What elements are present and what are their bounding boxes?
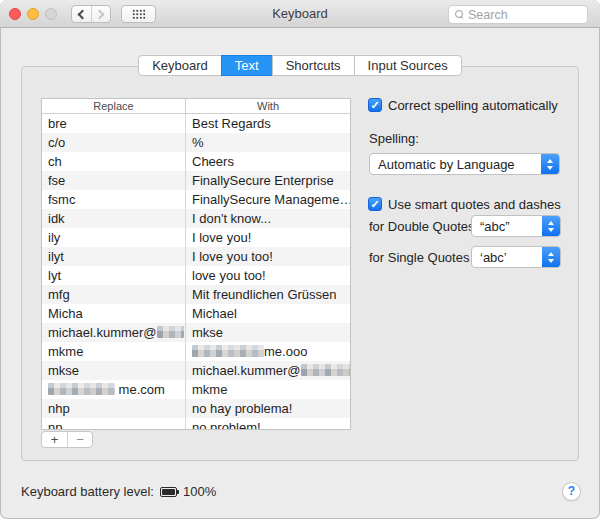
- table-cell[interactable]: Cheers: [186, 152, 350, 171]
- table-cell[interactable]: mkme: [42, 342, 186, 361]
- tab-bar: KeyboardTextShortcutsInput Sources: [0, 55, 600, 76]
- table-cell[interactable]: fse: [42, 171, 186, 190]
- table-cell[interactable]: michael.kummer@: [42, 323, 186, 342]
- table-row[interactable]: fsmcFinallySecure Manageme…: [42, 190, 350, 209]
- table-cell[interactable]: no hay problema!: [186, 399, 350, 418]
- tab-input-sources[interactable]: Input Sources: [354, 55, 462, 76]
- table-cell[interactable]: mkse: [42, 361, 186, 380]
- table-row[interactable]: mfgMit freundlichen Grüssen: [42, 285, 350, 304]
- remove-replacement-button[interactable]: −: [67, 432, 92, 447]
- chevron-up-icon: [547, 159, 553, 163]
- correct-spelling-checkbox-row: ✓ Correct spelling automatically: [368, 97, 558, 113]
- chevron-up-icon: [548, 252, 554, 256]
- table-cell[interactable]: love you too!: [186, 266, 350, 285]
- table-cell[interactable]: ilyt: [42, 247, 186, 266]
- table-cell[interactable]: idk: [42, 209, 186, 228]
- close-button[interactable]: [9, 8, 21, 20]
- search-field[interactable]: [448, 5, 588, 24]
- grid-icon: [132, 9, 146, 20]
- table-cell[interactable]: mfg: [42, 285, 186, 304]
- table-cell[interactable]: ily: [42, 228, 186, 247]
- tab-shortcuts[interactable]: Shortcuts: [272, 55, 355, 76]
- stepper-arrows-icon: [542, 246, 560, 268]
- table-cell[interactable]: %: [186, 133, 350, 152]
- chevron-down-icon: [547, 166, 553, 170]
- minimize-button[interactable]: [27, 8, 39, 20]
- table-cell[interactable]: fsmc: [42, 190, 186, 209]
- table-cell[interactable]: I love you too!: [186, 247, 350, 266]
- smart-quotes-label: Use smart quotes and dashes: [388, 197, 561, 212]
- table-cell[interactable]: c/o: [42, 133, 186, 152]
- correct-spelling-label: Correct spelling automatically: [388, 98, 558, 113]
- table-row[interactable]: me.commkme: [42, 380, 350, 399]
- checkmark-icon: ✓: [370, 198, 379, 210]
- replacements-table: Replace With breBest Regardsc/o%chCheers…: [41, 98, 351, 430]
- search-input[interactable]: [468, 8, 581, 22]
- table-cell[interactable]: I don't know...: [186, 209, 350, 228]
- table-cell[interactable]: michael.kummer@: [186, 361, 350, 380]
- table-cell[interactable]: lyt: [42, 266, 186, 285]
- spelling-label: Spelling:: [369, 131, 419, 146]
- table-cell[interactable]: FinallySecure Enterprise: [186, 171, 350, 190]
- correct-spelling-checkbox[interactable]: ✓: [368, 98, 382, 112]
- traffic-lights: [9, 8, 57, 20]
- table-rows: breBest Regardsc/o%chCheersfseFinallySec…: [42, 114, 350, 430]
- spelling-select-value: Automatic by Language: [370, 157, 541, 172]
- table-cell[interactable]: bre: [42, 114, 186, 133]
- table-cell[interactable]: Micha: [42, 304, 186, 323]
- add-replacement-button[interactable]: +: [42, 432, 67, 447]
- table-cell[interactable]: me.ooo: [186, 342, 350, 361]
- table-cell[interactable]: ch: [42, 152, 186, 171]
- table-row[interactable]: chCheers: [42, 152, 350, 171]
- chevron-up-icon: [548, 221, 554, 225]
- table-row[interactable]: fseFinallySecure Enterprise: [42, 171, 350, 190]
- table-row[interactable]: idkI don't know...: [42, 209, 350, 228]
- list-edit-controls: + −: [41, 431, 93, 448]
- table-cell[interactable]: I love you!: [186, 228, 350, 247]
- single-quotes-select[interactable]: ‘abc’: [471, 246, 561, 268]
- table-row[interactable]: ilyI love you!: [42, 228, 350, 247]
- table-row[interactable]: c/o%: [42, 133, 350, 152]
- table-row[interactable]: npno problem!: [42, 418, 350, 430]
- smart-quotes-checkbox-row: ✓ Use smart quotes and dashes: [368, 196, 561, 212]
- table-cell[interactable]: Best Regards: [186, 114, 350, 133]
- battery-level: 100%: [183, 484, 216, 499]
- zoom-button-disabled: [45, 8, 57, 20]
- table-cell[interactable]: FinallySecure Manageme…: [186, 190, 350, 209]
- show-all-button[interactable]: [121, 5, 156, 23]
- table-row[interactable]: lytlove you too!: [42, 266, 350, 285]
- redacted-text: [301, 364, 350, 376]
- chevron-left-icon: [77, 9, 87, 19]
- redacted-text: [157, 326, 184, 338]
- spelling-select[interactable]: Automatic by Language: [369, 153, 560, 175]
- table-cell[interactable]: nhp: [42, 399, 186, 418]
- tab-text[interactable]: Text: [221, 55, 273, 76]
- table-row[interactable]: breBest Regards: [42, 114, 350, 133]
- table-cell[interactable]: me.com: [42, 380, 186, 399]
- table-cell[interactable]: Mit freundlichen Grüssen: [186, 285, 350, 304]
- table-row[interactable]: MichaMichael: [42, 304, 350, 323]
- tab-keyboard[interactable]: Keyboard: [138, 55, 222, 76]
- column-header-replace[interactable]: Replace: [42, 99, 186, 113]
- help-button[interactable]: ?: [562, 482, 581, 501]
- back-button[interactable]: [72, 6, 91, 22]
- table-row[interactable]: ilytI love you too!: [42, 247, 350, 266]
- table-cell[interactable]: no problem!: [186, 418, 350, 430]
- table-cell[interactable]: np: [42, 418, 186, 430]
- checkmark-icon: ✓: [370, 99, 379, 111]
- battery-label: Keyboard battery level:: [21, 484, 154, 499]
- smart-quotes-checkbox[interactable]: ✓: [368, 197, 382, 211]
- table-cell[interactable]: mkme: [186, 380, 350, 399]
- redacted-text: [192, 345, 264, 357]
- table-row[interactable]: michael.kummer@mkse: [42, 323, 350, 342]
- table-cell[interactable]: mkse: [186, 323, 350, 342]
- table-row[interactable]: mksemichael.kummer@: [42, 361, 350, 380]
- chevron-down-icon: [548, 228, 554, 232]
- table-cell[interactable]: Michael: [186, 304, 350, 323]
- table-row[interactable]: nhpno hay problema!: [42, 399, 350, 418]
- double-quotes-select[interactable]: “abc”: [471, 215, 561, 237]
- column-header-with[interactable]: With: [186, 99, 350, 113]
- table-row[interactable]: mkmeme.ooo: [42, 342, 350, 361]
- single-quotes-label: for Single Quotes: [369, 250, 469, 265]
- double-quotes-label: for Double Quotes: [369, 219, 475, 234]
